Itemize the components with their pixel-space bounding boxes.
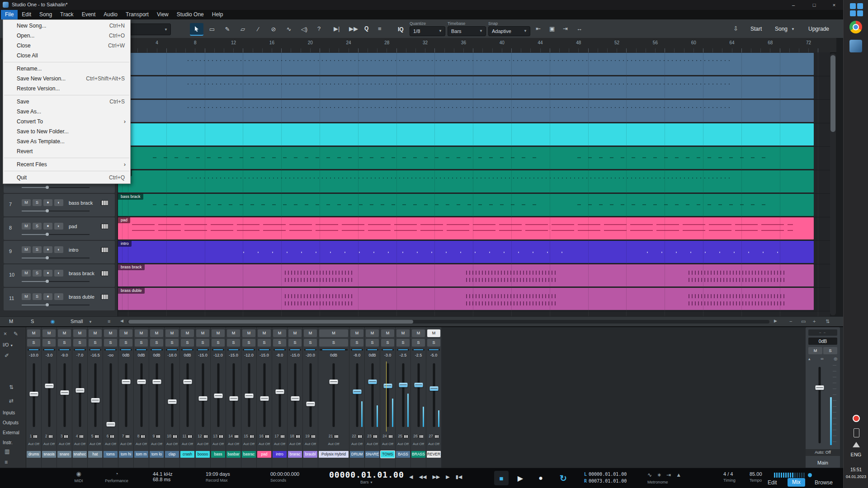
autoscroll-icon[interactable]: ▶▶ [349,25,358,32]
channel-fader[interactable] [396,361,410,429]
mixer-channel-tom-m[interactable]: MS0dB8Aut Offtom m [134,327,149,469]
mixer-channel-crash[interactable]: MS0dB11Aut Offcrash [180,327,195,469]
pinned-app-button[interactable] [849,40,863,53]
channel-pan-control[interactable] [43,349,55,351]
menubar-item-view[interactable]: View [153,10,173,19]
fader-handle[interactable] [429,386,438,391]
channel-pan-control[interactable] [351,349,363,351]
fader-handle[interactable] [75,388,84,393]
slider-knob[interactable] [46,280,49,283]
track-volume-slider[interactable] [22,234,90,235]
fader-handle[interactable] [245,394,253,398]
channel-mute-button[interactable]: M [89,329,102,337]
track-record-button[interactable]: ● [43,293,52,300]
track-header[interactable]: 10MS●◐brass brack [4,264,115,287]
channel-automation-mode[interactable]: Aut Off [72,442,87,446]
channel-name[interactable]: tom lo [150,451,164,458]
clip[interactable] [118,147,814,169]
slider-knob[interactable] [46,256,49,259]
channel-automation-mode[interactable]: Aut Off [365,442,380,446]
scroll-right-icon[interactable]: ▶ [774,319,777,323]
channel-solo-button[interactable]: S [427,339,440,347]
maximize-button[interactable]: □ [805,0,823,10]
track-record-button[interactable]: ● [43,199,52,206]
track-record-button[interactable]: ● [43,246,52,253]
channel-solo-button[interactable]: S [150,339,163,347]
track-header[interactable]: 8MS●◐pad [4,217,115,240]
mixer-channel-bass[interactable]: MS-12.013Aut Offbass [211,327,226,469]
channel-name[interactable]: drums [27,451,41,458]
channel-pan-control[interactable] [227,349,240,351]
channel-pan-control[interactable] [366,349,378,351]
forward-bar-icon[interactable]: ▶ [446,474,449,480]
menubar-item-audio[interactable]: Audio [99,10,122,19]
channel-solo-button[interactable]: S [242,339,255,347]
banks-icon[interactable]: ▥ [5,448,9,455]
channel-solo-button[interactable]: S [396,339,410,347]
channel-automation-mode[interactable]: Aut Off [88,442,103,446]
fader-handle[interactable] [353,389,361,394]
minimize-button[interactable]: – [784,0,802,10]
mixer-sidebar-item-external[interactable]: External [3,430,19,435]
time-signature-display[interactable]: 4 / 4 Timing [723,471,736,483]
channel-solo-button[interactable]: S [258,339,271,347]
zoom-fit-icon[interactable]: ▭ [801,319,806,324]
slider-knob[interactable] [46,186,49,189]
channel-pan-control[interactable] [28,349,40,351]
channel-pan-control[interactable] [74,349,86,351]
track-monitor-button[interactable]: ◐ [54,223,63,230]
channel-mute-button[interactable]: M [227,329,240,337]
file-menu-item-close-all[interactable]: Close All [3,51,130,61]
mixer-channel-tom-hi[interactable]: MS0dB7Aut Offtom hi [118,327,133,469]
channel-automation-mode[interactable]: Aut Off [195,442,210,446]
track-volume-slider[interactable] [22,281,90,282]
channel-name[interactable]: bass [211,451,225,458]
channel-mute-button[interactable]: M [135,329,148,337]
edit-channels-icon[interactable]: ✎ [14,331,18,337]
return-to-start-icon[interactable]: ▮◀ [456,474,462,480]
channel-solo-button[interactable]: S [227,339,240,347]
split-tool-button[interactable]: ∕ [251,23,265,35]
channel-automation-mode[interactable]: Aut Off [349,442,364,446]
bend-tool-button[interactable]: ∿ [282,23,296,35]
clip[interactable] [118,76,814,99]
channel-pan-control[interactable] [151,349,163,351]
main-fader[interactable] [810,365,829,445]
channel-automation-mode[interactable]: Aut Off [149,442,164,446]
channel-mute-button[interactable]: M [150,329,163,337]
channel-pan-control[interactable] [412,349,425,351]
channel-mute-button[interactable]: M [242,329,255,337]
settings-gear-icon[interactable]: ∗ [657,472,661,478]
track-monitor-button[interactable]: ◐ [54,246,63,253]
channel-name[interactable]: hat [88,451,102,458]
channel-pan-control[interactable] [135,349,147,351]
channel-fader[interactable] [134,361,149,429]
track-header[interactable]: 11MS●◐brass duble [4,288,115,310]
mixer-sidebar-item-outputs[interactable]: Outputs [3,420,19,425]
record-button[interactable]: ● [533,471,548,485]
mixer-channel-pad[interactable]: MS-15.016Aut Offpad [257,327,272,469]
channel-automation-mode[interactable]: Aut Off [426,442,441,446]
main-mute-button[interactable]: M [808,347,822,354]
mixer-channel-snahec[interactable]: MS-7.04Aut Offsnahec [72,327,87,469]
menubar-item-edit[interactable]: Edit [18,10,35,19]
channel-mute-button[interactable]: M [412,329,425,337]
channel-automation-mode[interactable]: Aut Off [134,442,149,446]
fader-handle[interactable] [414,383,423,387]
mix-view-button[interactable]: Mix [788,478,805,487]
channel-name[interactable]: Polysix Hybrid [319,451,349,458]
chevron-down-icon[interactable]: ▼ [791,27,795,31]
forward-icon[interactable]: ▶▶ [432,474,440,480]
channel-automation-mode[interactable]: Aut Off [272,442,287,446]
channel-pan-control[interactable] [428,349,440,351]
channel-name[interactable]: snahec [73,451,87,458]
bars-time-display[interactable]: 00000.01.01.00 Bars ▼ [329,470,404,484]
mixer-channel-drums[interactable]: MS-10.01Aut Offdrums [26,327,41,469]
channel-pan-control[interactable] [58,349,71,351]
channel-fader[interactable] [165,361,179,429]
channel-solo-button[interactable]: S [58,339,71,347]
channel-pan-control[interactable] [166,349,178,351]
channel-name[interactable]: intro [273,451,287,458]
channel-fader[interactable] [241,361,256,429]
track-mute-button[interactable]: M [22,293,31,300]
